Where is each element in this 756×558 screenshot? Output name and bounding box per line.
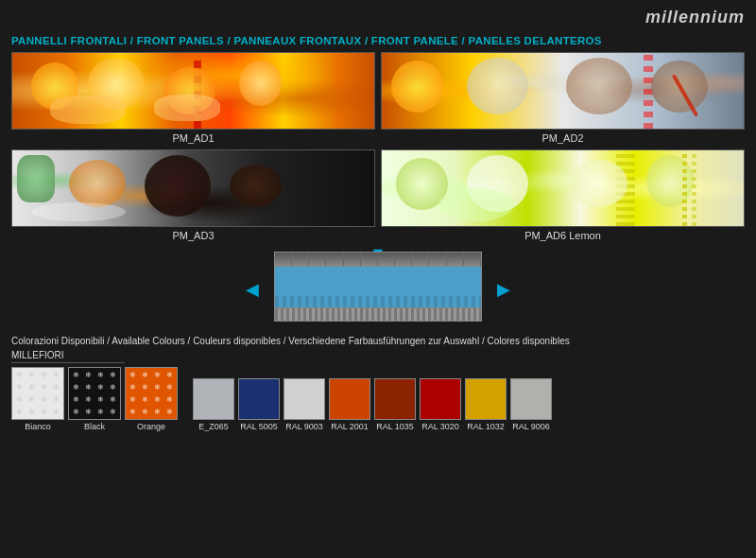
page-title: PANNELLI FRONTALI / FRONT PANELS / PANNE… xyxy=(0,31,756,52)
swatch-item-ral5005: RAL 5005 xyxy=(238,378,280,431)
swatch-label-ral5005: RAL 5005 xyxy=(240,422,278,431)
swatch-item-orange: ❄❄❄❄ ❄❄❄❄ ❄❄❄❄ ❄❄❄❄ Orange xyxy=(125,367,178,431)
swatch-label-bianco: Bianco xyxy=(25,422,51,431)
swatch-item-e2065: E_Z065 xyxy=(193,378,234,431)
swatch-item-ral1035: RAL 1035 xyxy=(374,378,416,431)
millefiori-label: MILLEFIORI xyxy=(11,350,125,363)
swatch-item-ral3020: RAL 3020 xyxy=(420,378,461,431)
millefiori-group: ❄❄❄❄ ❄❄❄❄ ❄❄❄❄ ❄❄❄❄ Bianco ❄❄❄❄ ❄❄❄❄ ❄❄❄… xyxy=(11,367,178,431)
swatch-label-orange: Orange xyxy=(137,422,165,431)
solid-swatches-group: E_Z065RAL 5005RAL 9003RAL 2001RAL 1035RA… xyxy=(193,378,552,431)
color-swatches: ❄❄❄❄ ❄❄❄❄ ❄❄❄❄ ❄❄❄❄ Bianco ❄❄❄❄ ❄❄❄❄ ❄❄❄… xyxy=(11,367,745,431)
swatch-item-ral2001: RAL 2001 xyxy=(329,378,370,431)
swatch-ral9003[interactable] xyxy=(284,378,325,420)
panel-image-ad1 xyxy=(11,52,375,130)
panel-image-ad2 xyxy=(381,52,745,130)
swatch-black[interactable]: ❄❄❄❄ ❄❄❄❄ ❄❄❄❄ ❄❄❄❄ xyxy=(68,367,121,420)
swatch-label-ral9006: RAL 9006 xyxy=(512,422,550,431)
brand-logo: millennium xyxy=(378,8,745,27)
panel-label-ad1: PM_AD1 xyxy=(172,132,214,144)
swatch-ral3020[interactable] xyxy=(420,378,461,420)
swatch-label-e2065: E_Z065 xyxy=(198,422,229,431)
colors-section: Colorazioni Disponibili / Available Colo… xyxy=(0,332,756,431)
swatch-item-ral9006: RAL 9006 xyxy=(510,378,552,431)
swatch-item-black: ❄❄❄❄ ❄❄❄❄ ❄❄❄❄ ❄❄❄❄ Black xyxy=(68,367,121,431)
swatch-ral2001[interactable] xyxy=(329,378,370,420)
panel-label-ad6: PM_AD6 Lemon xyxy=(524,230,601,241)
swatch-ral1032[interactable] xyxy=(465,378,507,420)
swatch-ral5005[interactable] xyxy=(238,378,280,420)
swatch-item-bianco: ❄❄❄❄ ❄❄❄❄ ❄❄❄❄ ❄❄❄❄ Bianco xyxy=(11,367,64,431)
swatch-ral9006[interactable] xyxy=(510,378,552,420)
freezer-body xyxy=(274,267,482,308)
swatch-label-ral2001: RAL 2001 xyxy=(331,422,369,431)
swatch-item-ral1032: RAL 1032 xyxy=(465,378,507,431)
swatch-label-ral3020: RAL 3020 xyxy=(421,422,459,431)
arrow-left-icon: ◀ xyxy=(246,279,259,300)
panel-image-ad3 xyxy=(11,149,375,227)
panel-item-ad6: PM_AD6 Lemon xyxy=(381,149,745,241)
swatch-label-ral9003: RAL 9003 xyxy=(285,422,323,431)
swatch-label-ral1032: RAL 1032 xyxy=(467,422,505,431)
header: millennium xyxy=(0,0,756,31)
panel-item-ad1: PM_AD1 xyxy=(11,52,375,144)
panel-image-ad6 xyxy=(381,149,745,227)
panel-item-ad3: PM_AD3 xyxy=(11,149,375,241)
freezer-bottom xyxy=(274,308,482,322)
panel-item-ad2: PM_AD2 xyxy=(381,52,745,144)
panels-grid: PM_AD1 PM_AD2 PM_AD3 xyxy=(0,52,756,241)
panel-label-ad2: PM_AD2 xyxy=(541,132,583,144)
swatch-item-ral9003: RAL 9003 xyxy=(284,378,325,431)
swatch-label-ral1035: RAL 1035 xyxy=(376,422,414,431)
freezer-top xyxy=(274,252,482,267)
swatch-bianco[interactable]: ❄❄❄❄ ❄❄❄❄ ❄❄❄❄ ❄❄❄❄ xyxy=(11,367,64,420)
swatch-e2065[interactable] xyxy=(193,378,234,420)
swatch-orange[interactable]: ❄❄❄❄ ❄❄❄❄ ❄❄❄❄ ❄❄❄❄ xyxy=(125,367,178,420)
swatch-ral1035[interactable] xyxy=(374,378,416,420)
swatch-label-black: Black xyxy=(84,422,105,431)
colors-title: Colorazioni Disponibili / Available Colo… xyxy=(11,336,745,346)
panel-label-ad3: PM_AD3 xyxy=(172,230,214,241)
arrow-right-icon: ▶ xyxy=(497,279,510,300)
diagram-section: ▼ ◀ ▶ xyxy=(0,247,756,332)
freezer-diagram: ▼ ◀ ▶ xyxy=(274,252,482,327)
